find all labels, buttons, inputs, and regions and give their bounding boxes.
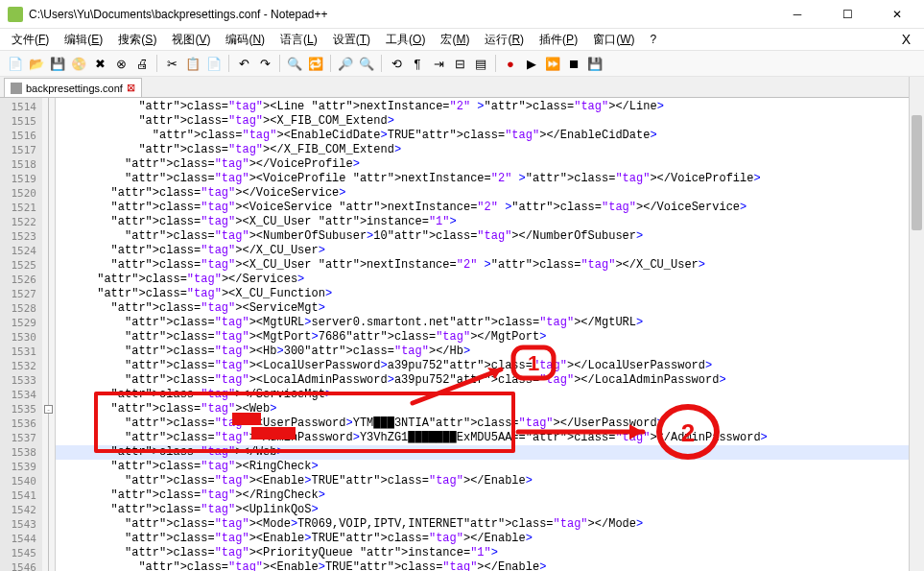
replay-icon[interactable]: ⏩ (544, 55, 561, 72)
toolbar: 📄 📂 💾 📀 ✖ ⊗ 🖨 ✂ 📋 📄 ↶ ↷ 🔍 🔁 🔎 🔍 ⟲ ¶ ⇥ ⊟ … (0, 50, 924, 77)
code-line[interactable]: "attr">class="tag"><MgtPort>7686"attr">c… (56, 330, 924, 345)
code-line[interactable]: "attr">class="tag"></X_CU_User> (56, 244, 924, 258)
code-line[interactable]: "attr">class="tag"><Enable>TRUE"attr">cl… (56, 560, 924, 571)
toolbar-separator (228, 55, 229, 72)
record-icon[interactable]: ● (502, 55, 519, 72)
code-line[interactable]: "attr">class="tag"></VoiceProfile> (56, 157, 924, 172)
menu-file[interactable]: 文件(F) (6, 32, 55, 48)
code-line[interactable]: "attr">class="tag"><VoiceProfile "attr">… (56, 172, 924, 186)
tab-close-icon[interactable]: ⊠ (127, 82, 135, 94)
vertical-scrollbar[interactable] (909, 77, 924, 571)
line-number-gutter: 1514151515161517151815191520152115221523… (0, 98, 42, 571)
code-line[interactable]: "attr">class="tag"><X_FIB_COM_Extend> (56, 114, 924, 129)
undo-icon[interactable]: ↶ (235, 55, 252, 72)
code-line[interactable]: "attr">class="tag"><RingCheck> (56, 460, 924, 474)
menu-edit[interactable]: 编辑(E) (59, 32, 108, 48)
doc-map-icon[interactable]: ▤ (472, 55, 489, 72)
stop-icon[interactable]: ⏹ (565, 55, 582, 72)
paste-icon[interactable]: 📄 (205, 55, 223, 72)
code-line[interactable]: "attr">class="tag"><EnableCidDate>TRUE"a… (56, 129, 924, 143)
menu-plugins[interactable]: 插件(P) (533, 32, 583, 48)
redo-icon[interactable]: ↷ (256, 55, 273, 72)
code-area[interactable]: "attr">class="tag"><Line "attr">nextInst… (56, 98, 924, 571)
menu-encoding[interactable]: 编码(N) (220, 32, 271, 48)
code-line[interactable]: "attr">class="tag"></ServiceMgt> (56, 388, 924, 402)
line-number: 1539 (0, 460, 36, 474)
menu-tools[interactable]: 工具(O) (380, 32, 431, 48)
show-symbol-icon[interactable]: ¶ (409, 55, 426, 72)
zoom-out-icon[interactable]: 🔍 (358, 55, 375, 72)
menu-settings[interactable]: 设置(T) (327, 32, 376, 48)
menu-help[interactable]: ? (644, 33, 662, 46)
code-line[interactable]: "attr">class="tag"></VoiceService> (56, 186, 924, 201)
code-line[interactable]: "attr">class="tag"><Enable>TRUE"attr">cl… (56, 474, 924, 488)
line-number: 1531 (0, 345, 36, 359)
code-line[interactable]: "attr">class="tag"><Line "attr">nextInst… (56, 100, 924, 114)
code-line[interactable]: "attr">class="tag"><UserPassword>YTM███3… (56, 416, 924, 431)
close-file-icon[interactable]: ✖ (91, 55, 108, 72)
zoom-in-icon[interactable]: 🔎 (337, 55, 354, 72)
code-line[interactable]: "attr">class="tag"><NumberOfSubuser>10"a… (56, 229, 924, 244)
print-icon[interactable]: 🖨 (133, 55, 151, 72)
code-line[interactable]: "attr">class="tag"><PriorityQueue "attr"… (56, 546, 924, 560)
code-line[interactable]: "attr">class="tag"><Hb>300"attr">class="… (56, 345, 924, 359)
line-number: 1514 (0, 100, 36, 114)
code-line[interactable]: "attr">class="tag"><LocalUserPassword>a3… (56, 359, 924, 373)
find-icon[interactable]: 🔍 (286, 55, 303, 72)
code-line[interactable]: "attr">class="tag"><MgtURL>server0.smart… (56, 316, 924, 330)
line-number: 1536 (0, 416, 36, 431)
menu-run[interactable]: 运行(R) (479, 32, 530, 48)
code-line[interactable]: "attr">class="tag"></RingCheck> (56, 488, 924, 503)
folding-icon[interactable]: ⊟ (451, 55, 468, 72)
code-line[interactable]: "attr">class="tag"><AdminPassword>Y3VhZG… (56, 431, 924, 445)
save-all-icon[interactable]: 📀 (70, 55, 87, 72)
minimize-button[interactable]: ─ (778, 1, 817, 28)
line-number: 1523 (0, 229, 36, 244)
indent-icon[interactable]: ⇥ (430, 55, 447, 72)
menu-view[interactable]: 视图(V) (166, 32, 216, 48)
code-line[interactable]: "attr">class="tag"></Services> (56, 273, 924, 287)
code-line[interactable]: "attr">class="tag"><X_CU_User "attr">nex… (56, 258, 924, 273)
code-line[interactable]: "attr">class="tag"><Mode>TR069,VOIP,IPTV… (56, 517, 924, 532)
close-button[interactable]: ✕ (878, 1, 916, 28)
menu-close-x[interactable]: X (902, 32, 918, 47)
menu-macro[interactable]: 宏(M) (435, 32, 475, 48)
line-number: 1519 (0, 172, 36, 186)
code-line[interactable]: "attr">class="tag"><ServiceMgt> (56, 301, 924, 316)
new-file-icon[interactable]: 📄 (7, 55, 24, 72)
line-number: 1529 (0, 316, 36, 330)
wordwrap-icon[interactable]: ⟲ (388, 55, 405, 72)
line-number: 1535 (0, 402, 36, 416)
fold-marker[interactable]: - (44, 405, 53, 414)
open-file-icon[interactable]: 📂 (28, 55, 45, 72)
fold-column[interactable]: - (42, 98, 56, 571)
save-icon[interactable]: 💾 (49, 55, 66, 72)
menu-language[interactable]: 语言(L) (274, 32, 323, 48)
cut-icon[interactable]: ✂ (163, 55, 180, 72)
code-line[interactable]: "attr">class="tag"><LocalAdminPassword>a… (56, 373, 924, 388)
code-line[interactable]: "attr">class="tag"><Enable>TRUE"attr">cl… (56, 532, 924, 546)
line-number: 1544 (0, 532, 36, 546)
play-icon[interactable]: ▶ (523, 55, 540, 72)
scrollbar-thumb[interactable] (912, 115, 922, 230)
replace-icon[interactable]: 🔁 (307, 55, 324, 72)
line-number: 1532 (0, 359, 36, 373)
close-all-icon[interactable]: ⊗ (112, 55, 130, 72)
menu-search[interactable]: 搜索(S) (112, 32, 162, 48)
file-tab[interactable]: backpresettings.conf ⊠ (4, 78, 142, 97)
toolbar-separator (495, 55, 496, 72)
code-line[interactable]: "attr">class="tag"></Web> (56, 445, 924, 460)
copy-icon[interactable]: 📋 (184, 55, 201, 72)
maximize-button[interactable]: ☐ (828, 1, 866, 28)
code-line[interactable]: "attr">class="tag"><X_CU_Function> (56, 287, 924, 301)
code-line[interactable]: "attr">class="tag"><X_CU_User "attr">ins… (56, 215, 924, 229)
app-icon (8, 7, 23, 22)
line-number: 1518 (0, 157, 36, 172)
save-macro-icon[interactable]: 💾 (586, 55, 604, 72)
code-line[interactable]: "attr">class="tag"><Web> (56, 402, 924, 416)
code-line[interactable]: "attr">class="tag"><UplinkQoS> (56, 503, 924, 517)
code-line[interactable]: "attr">class="tag"></X_FIB_COM_Extend> (56, 143, 924, 157)
menu-window[interactable]: 窗口(W) (587, 32, 640, 48)
line-number: 1524 (0, 244, 36, 258)
code-line[interactable]: "attr">class="tag"><VoiceService "attr">… (56, 201, 924, 215)
